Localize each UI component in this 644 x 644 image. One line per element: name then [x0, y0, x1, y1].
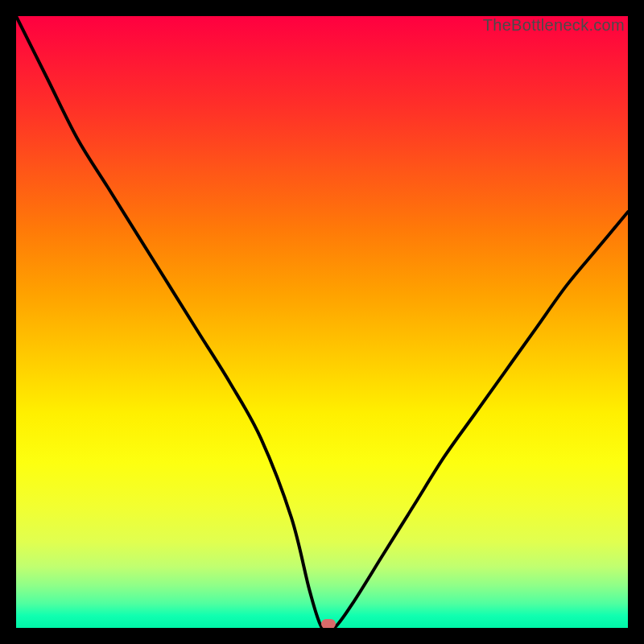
- plot-area: TheBottleneck.com: [16, 16, 628, 628]
- chart-frame: TheBottleneck.com: [0, 0, 644, 644]
- minimum-marker: [321, 619, 336, 628]
- curve-svg: [16, 16, 628, 628]
- watermark-text: TheBottleneck.com: [483, 16, 625, 35]
- bottleneck-curve-path: [16, 16, 628, 628]
